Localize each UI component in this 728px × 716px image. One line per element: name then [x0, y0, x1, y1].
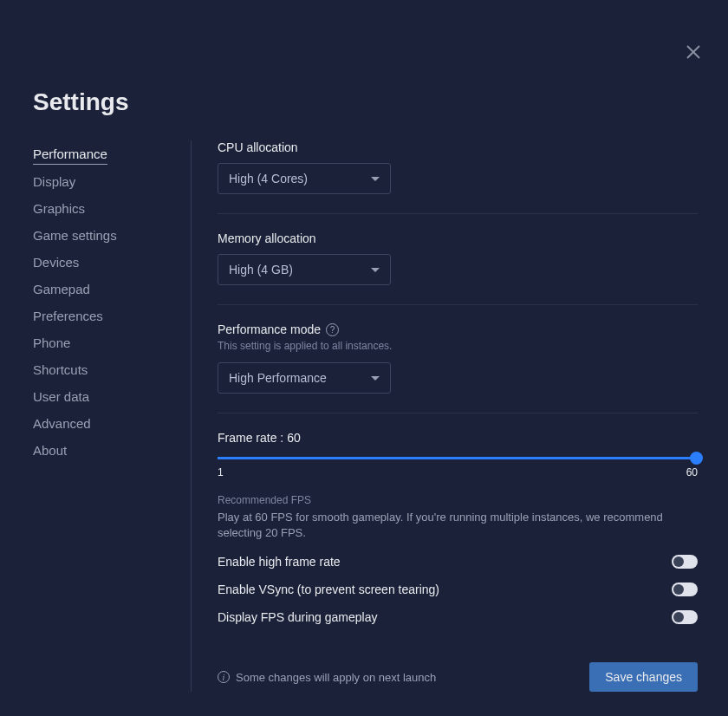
slider-range-labels: 1 60: [218, 466, 698, 478]
toggle-vsync-label: Enable VSync (to prevent screen tearing): [218, 583, 439, 596]
close-icon[interactable]: [683, 42, 704, 62]
divider: [218, 304, 698, 305]
toggle-display-fps[interactable]: [672, 610, 698, 624]
sidebar-item-user-data[interactable]: User data: [33, 383, 191, 410]
frame-rate-slider[interactable]: [218, 457, 698, 459]
sidebar-item-about[interactable]: About: [33, 437, 191, 464]
sidebar: Performance Display Graphics Game settin…: [0, 140, 191, 692]
chevron-down-icon: [371, 376, 380, 381]
cpu-allocation-group: CPU allocation High (4 Cores): [218, 140, 698, 194]
performance-mode-label: Performance mode ?: [218, 322, 698, 336]
performance-mode-select[interactable]: High Performance: [218, 362, 391, 394]
footer-note: i Some changes will apply on next launch: [218, 671, 436, 684]
slider-thumb[interactable]: [690, 452, 703, 465]
toggle-high-frame-rate-row: Enable high frame rate: [218, 555, 698, 569]
toggle-high-frame-rate-label: Enable high frame rate: [218, 555, 341, 569]
performance-mode-value: High Performance: [229, 371, 327, 385]
sidebar-item-game-settings[interactable]: Game settings: [33, 222, 191, 249]
slider-min: 1: [218, 466, 224, 478]
info-icon: i: [218, 671, 230, 683]
chevron-down-icon: [371, 268, 380, 272]
recommended-fps-desc: Play at 60 FPS for smooth gameplay. If y…: [218, 510, 698, 541]
sidebar-item-phone[interactable]: Phone: [33, 329, 191, 356]
toggle-vsync[interactable]: [672, 583, 698, 596]
slider-max: 60: [686, 466, 698, 478]
toggle-knob: [673, 557, 684, 567]
memory-allocation-select[interactable]: High (4 GB): [218, 254, 391, 285]
sidebar-item-devices[interactable]: Devices: [33, 249, 191, 276]
chevron-down-icon: [371, 177, 380, 181]
toggle-knob: [673, 584, 684, 595]
toggle-display-fps-row: Display FPS during gameplay: [218, 610, 698, 624]
save-button[interactable]: Save changes: [589, 662, 698, 692]
sidebar-item-preferences[interactable]: Preferences: [33, 303, 191, 329]
cpu-allocation-select[interactable]: High (4 Cores): [218, 163, 391, 194]
sidebar-item-advanced[interactable]: Advanced: [33, 410, 191, 437]
sidebar-item-graphics[interactable]: Graphics: [33, 195, 191, 222]
performance-mode-hint: This setting is applied to all instances…: [218, 340, 698, 352]
memory-allocation-value: High (4 GB): [229, 263, 293, 277]
sidebar-item-performance[interactable]: Performance: [33, 140, 107, 165]
frame-rate-label: Frame rate : 60: [218, 431, 698, 445]
cpu-allocation-label: CPU allocation: [218, 140, 698, 154]
page-title: Settings: [33, 88, 728, 116]
toggle-high-frame-rate[interactable]: [672, 555, 698, 569]
toggle-display-fps-label: Display FPS during gameplay: [218, 610, 377, 624]
toggle-knob: [673, 612, 684, 622]
sidebar-item-display[interactable]: Display: [33, 168, 191, 195]
divider: [218, 213, 698, 214]
memory-allocation-label: Memory allocation: [218, 231, 698, 245]
toggle-vsync-row: Enable VSync (to prevent screen tearing): [218, 583, 698, 596]
recommended-fps-title: Recommended FPS: [218, 494, 698, 506]
cpu-allocation-value: High (4 Cores): [229, 172, 308, 186]
sidebar-item-gamepad[interactable]: Gamepad: [33, 276, 191, 303]
help-icon[interactable]: ?: [326, 323, 339, 336]
footer: i Some changes will apply on next launch…: [218, 662, 698, 692]
sidebar-item-shortcuts[interactable]: Shortcuts: [33, 356, 191, 383]
performance-mode-group: Performance mode ? This setting is appli…: [218, 322, 698, 394]
memory-allocation-group: Memory allocation High (4 GB): [218, 231, 698, 285]
content-panel: CPU allocation High (4 Cores) Memory all…: [191, 140, 728, 692]
divider: [218, 413, 698, 413]
